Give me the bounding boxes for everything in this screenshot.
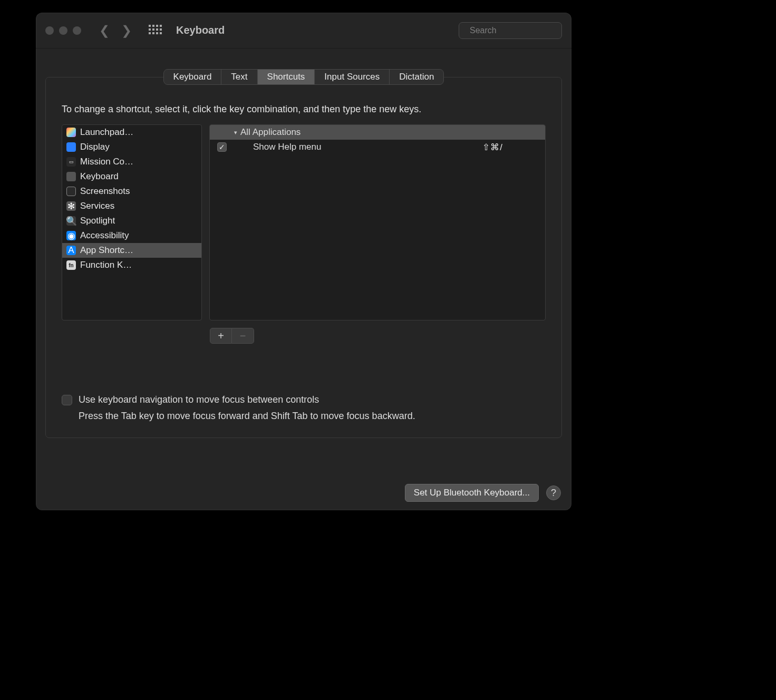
keyboard-nav-checkbox[interactable] — [62, 395, 72, 405]
shortcut-list[interactable]: ▾ All Applications ✓ Show Help menu ⇧⌘/ — [209, 124, 546, 320]
tab-dictation[interactable]: Dictation — [390, 70, 443, 84]
category-app-shortcuts[interactable]: A App Shortc… — [62, 243, 201, 258]
keyboard-icon — [66, 172, 76, 181]
keyboard-nav-description: Press the Tab key to move focus forward … — [79, 411, 546, 422]
window-title: Keyboard — [176, 24, 225, 36]
help-button[interactable]: ? — [546, 485, 561, 500]
launchpad-icon — [66, 128, 76, 137]
footer-options: Use keyboard navigation to move focus be… — [62, 394, 546, 422]
tab-input-sources[interactable]: Input Sources — [315, 70, 390, 84]
lists-container: Launchpad… Display ▭ Mission Co… Keyboar… — [62, 124, 546, 320]
close-window-button[interactable] — [45, 26, 54, 35]
accessibility-icon: ◉ — [66, 231, 76, 240]
shortcut-row[interactable]: ✓ Show Help menu ⇧⌘/ — [210, 140, 545, 154]
category-label: Keyboard — [80, 171, 119, 182]
keyboard-nav-option: Use keyboard navigation to move focus be… — [62, 394, 546, 405]
shortcut-label: Show Help menu — [253, 142, 477, 152]
add-shortcut-button[interactable]: + — [210, 328, 232, 344]
category-display[interactable]: Display — [62, 140, 201, 154]
category-label: Display — [80, 142, 110, 152]
category-function-keys[interactable]: fn Function K… — [62, 258, 201, 273]
bottom-bar: Set Up Bluetooth Keyboard... ? — [36, 480, 571, 510]
minimize-window-button[interactable] — [59, 26, 67, 35]
content-area: Keyboard Text Shortcuts Input Sources Di… — [36, 48, 571, 480]
category-accessibility[interactable]: ◉ Accessibility — [62, 228, 201, 243]
display-icon — [66, 142, 76, 152]
setup-bluetooth-keyboard-button[interactable]: Set Up Bluetooth Keyboard... — [405, 484, 539, 502]
category-label: App Shortc… — [80, 245, 133, 256]
screenshots-icon — [66, 187, 76, 196]
shortcut-group-all-applications[interactable]: ▾ All Applications — [210, 125, 545, 140]
keyboard-nav-label: Use keyboard navigation to move focus be… — [79, 394, 319, 405]
shortcut-checkbox[interactable]: ✓ — [217, 142, 227, 152]
search-input[interactable] — [469, 25, 571, 36]
category-label: Services — [80, 201, 114, 211]
tab-text[interactable]: Text — [221, 70, 257, 84]
shortcut-key-combo[interactable]: ⇧⌘/ — [482, 142, 540, 153]
show-all-prefs-button[interactable] — [149, 25, 160, 36]
category-label: Screenshots — [80, 186, 130, 197]
remove-shortcut-button[interactable]: − — [232, 328, 254, 344]
category-label: Accessibility — [80, 230, 129, 241]
category-list[interactable]: Launchpad… Display ▭ Mission Co… Keyboar… — [62, 124, 202, 320]
mission-control-icon: ▭ — [66, 157, 76, 167]
add-remove-buttons: + − — [210, 328, 546, 344]
category-label: Function K… — [80, 260, 132, 270]
function-keys-icon: fn — [66, 260, 76, 270]
tab-shortcuts[interactable]: Shortcuts — [258, 70, 315, 84]
shortcuts-panel: To change a shortcut, select it, click t… — [45, 77, 562, 438]
window-controls — [45, 26, 81, 35]
nav-arrows: ❮ ❯ — [99, 24, 132, 37]
category-launchpad[interactable]: Launchpad… — [62, 125, 201, 140]
category-services[interactable]: ✻ Services — [62, 199, 201, 213]
instruction-label: To change a shortcut, select it, click t… — [62, 104, 546, 115]
tab-bar: Keyboard Text Shortcuts Input Sources Di… — [163, 69, 444, 85]
category-screenshots[interactable]: Screenshots — [62, 184, 201, 199]
category-label: Spotlight — [80, 216, 115, 226]
group-label: All Applications — [240, 127, 300, 138]
category-mission-control[interactable]: ▭ Mission Co… — [62, 154, 201, 169]
back-button[interactable]: ❮ — [99, 24, 110, 37]
app-shortcuts-icon: A — [66, 246, 76, 255]
forward-button[interactable]: ❯ — [121, 24, 132, 37]
tab-keyboard[interactable]: Keyboard — [164, 70, 222, 84]
toolbar: ❮ ❯ Keyboard — [36, 13, 571, 48]
preferences-window: ❮ ❯ Keyboard Keyboard Text Shortcuts Inp… — [36, 13, 571, 510]
search-field[interactable] — [459, 22, 562, 39]
category-label: Mission Co… — [80, 157, 133, 167]
chevron-down-icon: ▾ — [234, 129, 237, 136]
zoom-window-button[interactable] — [73, 26, 81, 35]
spotlight-icon: 🔍 — [66, 216, 76, 226]
category-spotlight[interactable]: 🔍 Spotlight — [62, 213, 201, 228]
category-label: Launchpad… — [80, 127, 133, 138]
services-icon: ✻ — [66, 201, 76, 211]
category-keyboard[interactable]: Keyboard — [62, 169, 201, 184]
